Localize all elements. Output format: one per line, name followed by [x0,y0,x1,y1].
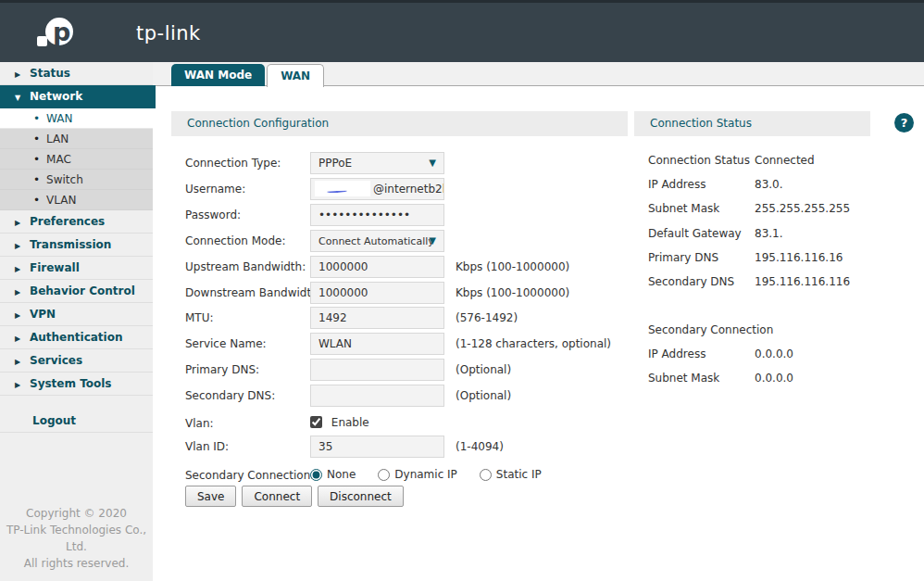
sidebar-item-label: Authentication [30,331,123,344]
vlan-id-hint: (1-4094) [456,440,504,453]
form-row-vlan-id: Vlan ID: (1-4094) [185,436,924,458]
sidebar-item-label: Status [30,67,70,80]
logo-text: tp-link [136,22,201,44]
page: p tp-link ▶Status ▼Network •WAN •LAN •MA… [0,0,924,581]
connection-type-select[interactable]: PPPoE ▼ [310,152,444,174]
sidebar-subitem-vlan[interactable]: •VLAN [0,190,153,210]
disconnect-button[interactable]: Disconnect [318,486,404,507]
sidebar-item-services[interactable]: ▶Services [0,349,153,373]
sidebar-subitem-switch[interactable]: •Switch [0,170,153,190]
sidebar-item-status[interactable]: ▶Status [0,62,153,85]
secondary-dns-label: Secondary DNS: [185,389,275,402]
secondary-connection-radio-group: None Dynamic IP Static IP [310,468,542,481]
vlan-enable-checkbox[interactable] [310,416,322,428]
status-label: Connection Status [648,154,750,167]
sidebar-item-label: Firewall [30,261,80,274]
primary-dns-hint: (Optional) [456,363,511,376]
status-value: 0.0.0.0 [755,372,793,385]
sidebar-item-label: System Tools [30,377,112,390]
downstream-label: Downstream Bandwidth: [185,286,322,299]
status-value: 83.0. [755,178,783,191]
sidebar-subitem-lan[interactable]: •LAN [0,129,153,149]
upstream-input[interactable] [310,256,444,278]
vlan-label: Vlan: [185,417,214,430]
password-input[interactable] [310,204,444,226]
status-value: Connected [755,154,815,167]
sidebar-subitem-label: WAN [46,112,72,125]
service-name-input[interactable] [310,333,444,355]
sidebar-subitem-wan[interactable]: •WAN [0,108,153,129]
connection-mode-value: Connect Automatically [318,235,434,247]
status-label: Subnet Mask [648,372,719,385]
connection-type-label: Connection Type: [185,157,281,170]
chevron-right-icon: ▶ [15,373,30,397]
status-row: Connection Status Connected [648,154,750,169]
save-button[interactable]: Save [185,486,236,507]
status-row: Default Gateway 83.1. [648,227,742,242]
status-label: IP Address [648,347,705,360]
status-row: Secondary DNS 195.116.116.116 [648,275,734,290]
bullet-icon: • [33,173,40,186]
chevron-right-icon: ▶ [15,350,30,373]
form-row-primary-dns: Primary DNS: (Optional) [185,359,924,381]
radio-dynamic-ip-wrap: Dynamic IP [378,468,457,481]
chevron-down-icon: ▼ [429,231,436,251]
primary-dns-input[interactable] [310,359,444,381]
upstream-label: Upstream Bandwidth: [185,260,306,273]
status-value: 255.255.255.255 [755,202,850,215]
radio-none[interactable] [310,469,322,481]
help-icon[interactable]: ? [894,113,914,133]
sidebar-item-label: Preferences [30,215,105,228]
sidebar-item-preferences[interactable]: ▶Preferences [0,210,153,234]
chevron-right-icon: ▶ [15,63,30,86]
status-label: Primary DNS [648,251,718,264]
sidebar-item-network[interactable]: ▼Network [0,85,156,108]
radio-none-wrap: None [310,468,356,481]
vlan-id-input[interactable] [310,436,444,458]
tab-wan-mode[interactable]: WAN Mode [171,64,265,86]
vlan-enable-checkbox-wrap: Enable [310,416,369,429]
downstream-input[interactable] [310,282,444,304]
primary-dns-label: Primary DNS: [185,363,259,376]
copyright-line: Copyright © 2020 [0,505,153,522]
connection-mode-label: Connection Mode: [185,234,285,247]
chevron-down-icon: ▼ [429,153,436,173]
form-row-service-name: Service Name: (1-128 characters, optiona… [185,333,924,355]
connection-type-value: PPPoE [318,157,352,170]
radio-static-ip-label: Static IP [496,468,542,481]
sidebar-item-firewall[interactable]: ▶Firewall [0,257,153,280]
username-redaction [315,181,370,196]
sidebar-item-transmission[interactable]: ▶Transmission [0,234,153,257]
secondary-dns-hint: (Optional) [456,389,511,402]
status-value: 0.0.0.0 [755,347,793,360]
mtu-input[interactable] [310,307,444,329]
sidebar-item-vpn[interactable]: ▶VPN [0,303,153,326]
chevron-right-icon: ▶ [15,281,30,304]
secondary-dns-input[interactable] [310,385,444,407]
status-value: 195.116.116.116 [755,275,850,288]
sidebar-item-behavior-control[interactable]: ▶Behavior Control [0,280,153,303]
connection-mode-select[interactable]: Connect Automatically ▼ [310,230,444,252]
downstream-hint: Kbps (100-1000000) [456,286,569,299]
app-header: p tp-link [0,0,924,62]
chevron-right-icon: ▶ [15,327,30,350]
radio-dynamic-ip[interactable] [378,469,390,481]
connect-button[interactable]: Connect [242,486,312,507]
sidebar-item-authentication[interactable]: ▶Authentication [0,326,153,349]
logout-button[interactable]: Logout [0,409,153,433]
upstream-hint: Kbps (100-1000000) [456,260,569,273]
sidebar-item-label: VPN [30,308,56,321]
form-row-mtu: MTU: (576-1492) [185,307,924,329]
sidebar-subitem-mac[interactable]: •MAC [0,149,153,170]
connection-status-header: Connection Status [634,111,870,136]
chevron-right-icon: ▶ [15,304,30,327]
bullet-icon: • [33,112,40,125]
tp-link-logo-icon: p [31,12,132,55]
sidebar-item-system-tools[interactable]: ▶System Tools [0,373,153,396]
radio-static-ip[interactable] [480,469,492,481]
form-row-connection-mode: Connection Mode: Connect Automatically ▼ [185,230,924,252]
vlan-enable-label: Enable [331,416,369,429]
status-row: Subnet Mask 0.0.0.0 [648,372,719,386]
radio-static-ip-wrap: Static IP [480,468,542,481]
tab-wan[interactable]: WAN [267,64,324,87]
